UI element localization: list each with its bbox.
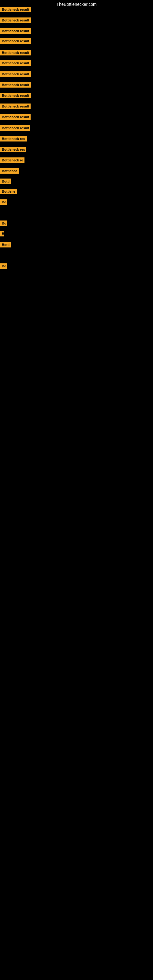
bottleneck-badge-4: Bottleneck result [0,38,31,44]
bottleneck-badge-2: Bottleneck result [0,18,31,23]
bottleneck-badge-16: Bottlenec [0,168,19,173]
bottleneck-badge-17: Bottl [0,178,11,184]
bottleneck-badge-10: Bottleneck result [0,103,30,109]
bottleneck-badge-18: Bottlene [0,189,17,194]
bottleneck-badge-19: Bo [0,199,7,205]
bottleneck-badge-13: Bottleneck res [0,136,27,142]
bottleneck-badge-23: Bo [0,263,7,269]
bottleneck-badge-11: Bottleneck result [0,114,30,120]
bottleneck-badge-20: Bo [0,221,7,226]
bottleneck-badge-9: Bottleneck result [0,93,31,98]
bottleneck-badge-21: B [0,231,4,236]
bottleneck-badge-1: Bottleneck result [0,7,31,12]
bottleneck-badge-5: Bottleneck result [0,50,31,56]
bottleneck-badge-6: Bottleneck result [0,60,31,66]
bottleneck-badge-15: Bottleneck re [0,158,24,163]
bottleneck-badge-12: Bottleneck result [0,125,30,131]
bottleneck-badge-22: Bottl [0,242,11,247]
bottleneck-badge-7: Bottleneck result [0,72,31,77]
bottleneck-badge-8: Bottleneck result [0,82,31,88]
bottleneck-badge-3: Bottleneck result [0,28,31,34]
bottleneck-badge-14: Bottleneck res [0,147,26,152]
